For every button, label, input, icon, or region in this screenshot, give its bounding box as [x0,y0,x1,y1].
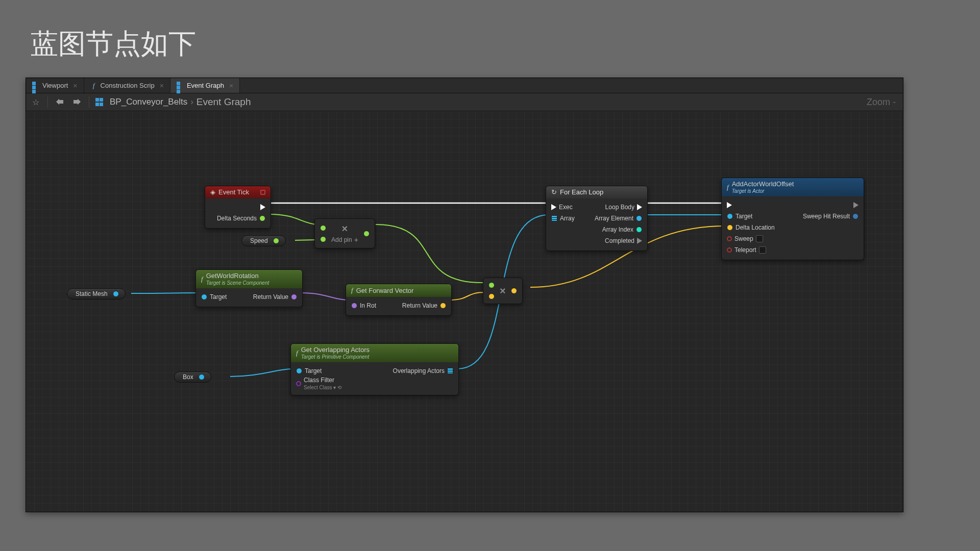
node-subtitle: Target is Primitive Component [301,354,370,360]
node-title: For Each Loop [560,188,603,196]
divider [89,96,89,108]
node-get-forward-vector[interactable]: f Get Forward Vector In Rot Return Value [346,284,452,316]
node-get-world-rotation[interactable]: f GetWorldRotation Target is Scene Compo… [195,269,303,307]
overlapping-actors-pin[interactable]: Overlapping Actors [393,367,453,374]
viewport-icon [32,82,39,89]
loop-body-pin[interactable]: Loop Body [605,204,642,211]
select-class-dropdown[interactable]: Select Class ▾ ⟲ [304,385,341,390]
sweep-checkbox[interactable] [756,235,763,242]
completed-pin[interactable]: Completed [605,237,642,244]
variable-chip-speed[interactable]: Speed [241,235,286,246]
node-add-actor-world-offset[interactable]: f AddActorWorldOffset Target is Actor Ta… [721,178,864,260]
node-subtitle: Target is Actor [732,188,794,194]
plus-icon: + [354,236,358,244]
teleport-pin[interactable]: Teleport [727,246,766,254]
node-title: AddActorWorldOffset [732,180,794,188]
node-header: ◈ Event Tick [205,186,271,198]
mul-in-b-pin[interactable] [320,236,326,242]
node-subtitle: Target is Scene Component [206,280,270,286]
node-title: Get Forward Vector [356,287,414,294]
target-pin[interactable]: Target [201,293,227,300]
in-rot-pin[interactable]: In Rot [351,302,376,309]
graph-icon [177,82,184,89]
node-header: ↻ For Each Loop [546,186,647,198]
tab-label: Viewport [42,82,68,89]
mul2-in-a-pin[interactable] [488,282,495,288]
exec-in-pin[interactable]: Exec [551,204,573,211]
divider [47,96,48,108]
breadcrumb[interactable]: BP_Conveyor_Belts › Event Graph [110,96,251,108]
tab-construction-script[interactable]: f Construction Scrip × [84,78,170,93]
chip-label: Speed [250,237,268,244]
breakpoint-icon[interactable] [260,190,265,195]
class-filter-pin[interactable]: Class Filter Select Class ▾ ⟲ [296,377,341,391]
function-icon: f [201,275,203,283]
function-icon: f [351,286,353,294]
variable-chip-static-mesh[interactable]: Static Mesh [67,288,126,299]
chip-label: Box [183,373,193,381]
favorite-icon[interactable]: ☆ [30,96,41,108]
add-pin-button[interactable]: Add pin+ [331,236,358,244]
return-value-pin[interactable]: Return Value [402,302,446,309]
delta-seconds-pin[interactable]: Delta Seconds [217,215,265,222]
array-element-pin[interactable]: Array Element [595,215,642,222]
array-index-pin[interactable]: Array Index [602,226,642,233]
node-title: Event Tick [218,188,249,196]
node-for-each-loop[interactable]: ↻ For Each Loop Exec Loop Body Array Arr… [546,186,648,251]
node-multiply-1[interactable]: × Add pin+ [314,218,375,248]
box-out-pin[interactable] [199,374,205,380]
function-icon: f [296,349,298,357]
target-pin[interactable]: Target [727,213,752,220]
chip-label: Static Mesh [76,290,108,297]
forward-icon[interactable]: 🡆 [71,96,83,108]
event-icon: ◈ [210,188,215,196]
loop-icon: ↻ [551,188,557,196]
return-value-pin[interactable]: Return Value [253,293,297,300]
back-icon[interactable]: 🡄 [54,96,65,108]
node-event-tick[interactable]: ◈ Event Tick Delta Seconds [205,186,271,229]
array-in-pin[interactable]: Array [551,215,575,222]
mul2-out-pin[interactable] [511,288,517,294]
node-header: f Get Forward Vector [346,284,451,297]
breadcrumb-blueprint[interactable]: BP_Conveyor_Belts [110,97,187,107]
blueprint-editor: Viewport × f Construction Scrip × Event … [26,78,903,512]
mul2-in-b-pin[interactable] [488,293,495,299]
wire-layer [26,111,903,512]
node-header: f AddActorWorldOffset Target is Actor [722,178,864,196]
close-icon[interactable]: × [229,82,233,90]
sweep-pin[interactable]: Sweep [727,235,763,242]
tab-event-graph[interactable]: Event Graph × [170,78,240,93]
delta-location-pin[interactable]: Delta Location [727,224,775,231]
tab-label: Event Graph [187,82,224,89]
node-get-overlapping-actors[interactable]: f Get Overlapping Actors Target is Primi… [290,343,459,395]
tab-viewport[interactable]: Viewport × [26,78,84,93]
chevron-right-icon: › [190,97,193,107]
graph-canvas[interactable]: ◈ Event Tick Delta Seconds Speed × Add p… [26,111,903,512]
zoom-indicator: Zoom - [867,97,896,108]
toolbar: ☆ 🡄 🡆 BP_Conveyor_Belts › Event Graph Zo… [26,93,903,111]
exec-in-pin[interactable] [727,202,732,208]
breadcrumb-graph[interactable]: Event Graph [197,96,251,108]
node-multiply-2[interactable]: × [483,278,523,304]
mul-out-pin[interactable] [363,231,370,237]
variable-chip-box[interactable]: Box [174,371,211,383]
node-title: Get Overlapping Actors [301,346,370,354]
exec-out-pin[interactable] [853,202,859,208]
target-pin[interactable]: Target [296,367,322,374]
node-header: f Get Overlapping Actors Target is Primi… [291,344,458,362]
node-header: f GetWorldRotation Target is Scene Compo… [196,270,302,288]
multiply-icon: × [342,223,348,235]
close-icon[interactable]: × [73,82,77,90]
close-icon[interactable]: × [160,82,164,90]
exec-out-pin[interactable] [260,204,265,210]
speed-out-pin[interactable] [273,238,279,244]
sweep-hit-result-pin[interactable]: Sweep Hit Result [803,213,859,220]
page-title: 蓝图节点如下 [31,26,196,63]
teleport-checkbox[interactable] [759,246,766,254]
mul-in-a-pin[interactable] [320,225,326,231]
multiply-icon: × [500,285,506,297]
blueprint-icon [95,98,104,106]
static-mesh-out-pin[interactable] [113,291,119,297]
tab-label: Construction Scrip [101,82,155,89]
function-icon: f [90,82,97,89]
